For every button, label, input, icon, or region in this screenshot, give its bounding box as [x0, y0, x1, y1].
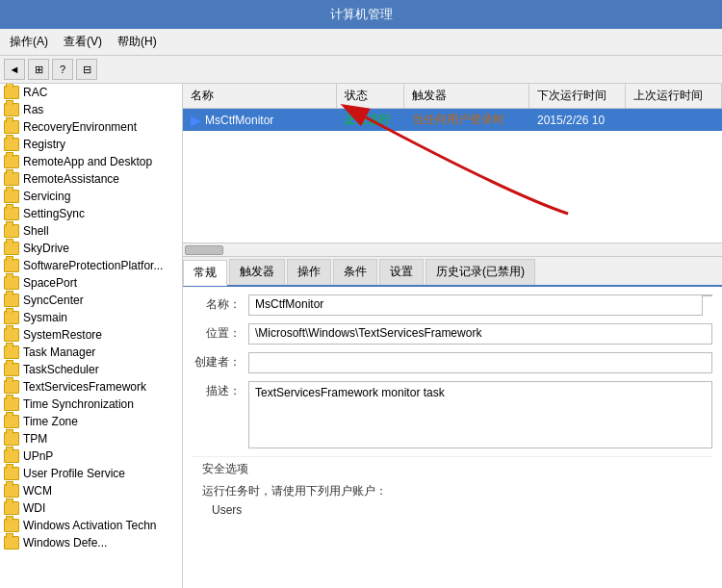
- detail-author-label: 创建者：: [193, 352, 241, 371]
- toolbar-btn-back[interactable]: ◄: [4, 59, 25, 80]
- tree-item-taskmgr[interactable]: Task Manager: [0, 344, 182, 361]
- tree-label: Time Zone: [23, 415, 78, 428]
- table-header: 名称 状态 触发器 下次运行时间 上次运行时间: [183, 84, 722, 109]
- folder-icon: [4, 432, 19, 446]
- tree-label: RAC: [23, 86, 47, 99]
- tree-item-spaceport[interactable]: SpacePort: [0, 274, 182, 292]
- main-container: RAC Ras RecoveryEnvironment Registry Rem…: [0, 84, 722, 588]
- detail-author-row: 创建者：: [193, 352, 712, 373]
- folder-icon: [4, 86, 19, 99]
- task-lastrun-cell: [626, 117, 722, 123]
- tab-history[interactable]: 历史记录(已禁用): [425, 259, 535, 285]
- header-trigger: 触发器: [404, 84, 529, 108]
- detail-location-row: 位置： \Microsoft\Windows\TextServicesFrame…: [193, 323, 712, 345]
- folder-icon: [4, 207, 19, 220]
- header-lastrun: 上次运行时间: [626, 84, 722, 108]
- folder-icon: [4, 519, 19, 532]
- detail-name-label: 名称：: [193, 294, 241, 313]
- tree-item-recoveryenv[interactable]: RecoveryEnvironment: [0, 118, 182, 136]
- tree-item-windowsactivation[interactable]: Windows Activation Techn: [0, 517, 182, 534]
- tree-item-sysmain[interactable]: Sysmain: [0, 309, 182, 326]
- tree-item-shell[interactable]: Shell: [0, 222, 182, 240]
- tree-item-windowsdef[interactable]: Windows Defe...: [0, 534, 182, 551]
- horizontal-scrollbar[interactable]: [183, 243, 722, 256]
- tree-label: SystemRestore: [23, 328, 102, 342]
- folder-icon: [4, 328, 19, 342]
- tree-label: SkyDrive: [23, 242, 69, 255]
- tree-label: Ras: [23, 103, 43, 116]
- tree-label: SettingSync: [23, 207, 85, 220]
- detail-location-value: \Microsoft\Windows\TextServicesFramework: [248, 323, 712, 345]
- security-section: 安全选项 运行任务时，请使用下列用户账户： Users: [193, 456, 712, 521]
- tree-item-registry[interactable]: Registry: [0, 136, 182, 153]
- header-nextrun: 下次运行时间: [529, 84, 626, 108]
- tree-label: Windows Activation Techn: [23, 519, 157, 532]
- tree-item-softwareprot[interactable]: SoftwareProtectionPlatfor...: [0, 257, 182, 274]
- tree-item-systemrestore[interactable]: SystemRestore: [0, 326, 182, 344]
- header-status: 状态: [337, 84, 404, 108]
- detail-name-row: 名称： MsCtfMonitor: [193, 294, 712, 316]
- folder-icon: [4, 311, 19, 324]
- menu-item-help[interactable]: 帮助(H): [112, 32, 163, 52]
- tree-item-taskscheduler[interactable]: TaskScheduler: [0, 361, 182, 378]
- tab-condition[interactable]: 条件: [333, 259, 377, 285]
- detail-desc-row: 描述： TextServicesFramework monitor task: [193, 381, 712, 448]
- folder-icon: [4, 276, 19, 290]
- task-table-area: 名称 状态 触发器 下次运行时间 上次运行时间 ▶ MsCtfMonitor 正…: [183, 84, 722, 257]
- folder-icon: [4, 501, 19, 515]
- task-row[interactable]: ▶ MsCtfMonitor 正在运行 当任何用户登录时 2015/2/26 1…: [183, 109, 722, 131]
- tree-item-timezone[interactable]: Time Zone: [0, 413, 182, 430]
- tree-item-remoteapp[interactable]: RemoteApp and Desktop: [0, 153, 182, 170]
- tree-item-settingsync[interactable]: SettingSync: [0, 205, 182, 222]
- details-panel: 常规 触发器 操作 条件 设置 历史记录(已禁用) 名称： MsCtfMonit…: [183, 257, 722, 588]
- detail-desc-value: TextServicesFramework monitor task: [248, 381, 712, 448]
- toolbar-btn-grid[interactable]: ⊞: [28, 59, 49, 80]
- folder-icon: [4, 484, 19, 498]
- menu-item-action[interactable]: 操作(A): [4, 32, 54, 52]
- folder-icon: [4, 259, 19, 272]
- tree-item-synccenter[interactable]: SyncCenter: [0, 292, 182, 309]
- tab-settings[interactable]: 设置: [379, 259, 424, 285]
- folder-icon: [4, 363, 19, 376]
- tab-general[interactable]: 常规: [183, 260, 227, 286]
- tree-label: SyncCenter: [23, 294, 84, 307]
- tree-item-wcm[interactable]: WCM: [0, 482, 182, 499]
- tree-item-userprofile[interactable]: User Profile Service: [0, 465, 182, 482]
- tree-item-servicing[interactable]: Servicing: [0, 188, 182, 205]
- app-title: 计算机管理: [330, 7, 393, 21]
- menu-item-view[interactable]: 查看(V): [58, 32, 108, 52]
- tab-trigger[interactable]: 触发器: [229, 259, 285, 285]
- tree-item-tpm[interactable]: TPM: [0, 430, 182, 447]
- tree-item-wdi[interactable]: WDI: [0, 499, 182, 517]
- folder-icon: [4, 103, 19, 116]
- tree-item-upnp[interactable]: UPnP: [0, 447, 182, 465]
- folder-icon: [4, 224, 19, 238]
- tree-label: WCM: [23, 484, 52, 498]
- toolbar-btn-help[interactable]: ?: [52, 59, 73, 80]
- detail-name-scrollbar: [703, 294, 712, 296]
- toolbar: ◄ ⊞ ? ⊟: [0, 56, 722, 84]
- tree-label: Servicing: [23, 190, 70, 203]
- security-run-label: 运行任务时，请使用下列用户账户：: [202, 483, 703, 499]
- tree-item-rac[interactable]: RAC: [0, 84, 182, 101]
- tree-label: Shell: [23, 224, 49, 238]
- tree-label: SoftwareProtectionPlatfor...: [23, 259, 163, 272]
- folder-icon: [4, 467, 19, 480]
- tree-item-textservices[interactable]: TextServicesFramework: [0, 378, 182, 396]
- tree-item-remoteassist[interactable]: RemoteAssistance: [0, 170, 182, 188]
- folder-icon: [4, 120, 19, 134]
- security-user-value: Users: [212, 503, 703, 517]
- detail-location-label: 位置：: [193, 323, 241, 342]
- task-name-value: MsCtfMonitor: [205, 114, 273, 127]
- menu-bar: 操作(A) 查看(V) 帮助(H): [0, 29, 722, 56]
- tab-action[interactable]: 操作: [287, 259, 331, 285]
- scroll-thumb[interactable]: [185, 245, 223, 255]
- tabs-row: 常规 触发器 操作 条件 设置 历史记录(已禁用): [183, 257, 722, 287]
- toolbar-btn-split[interactable]: ⊟: [76, 59, 97, 80]
- tree-label: RemoteAssistance: [23, 172, 119, 186]
- task-nextrun-cell: 2015/2/26 10: [529, 111, 626, 130]
- tree-item-timesync[interactable]: Time Synchronization: [0, 396, 182, 413]
- tree-item-skydrive[interactable]: SkyDrive: [0, 240, 182, 257]
- left-panel: RAC Ras RecoveryEnvironment Registry Rem…: [0, 84, 183, 588]
- tree-item-ras[interactable]: Ras: [0, 101, 182, 118]
